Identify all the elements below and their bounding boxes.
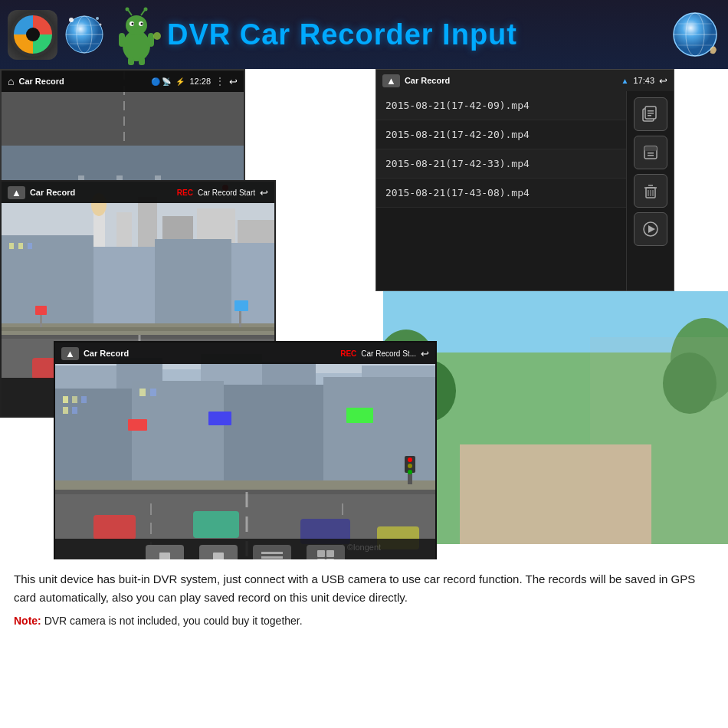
svg-point-126 (408, 457, 412, 462)
page-title: DVR Car Recorder Input (167, 18, 671, 51)
svg-rect-108 (72, 407, 77, 414)
svg-point-5 (69, 18, 74, 22)
svg-rect-104 (63, 396, 68, 403)
svg-point-128 (408, 470, 412, 474)
svg-rect-57 (2, 235, 93, 335)
svg-point-127 (408, 464, 412, 468)
file-name-2: 2015-08-21(17-42-20).mp4 (385, 129, 530, 140)
svg-marker-154 (648, 225, 655, 233)
london-time: 12:28 (189, 77, 211, 86)
svg-rect-63 (28, 243, 32, 249)
svg-rect-73 (2, 327, 276, 331)
svg-rect-60 (231, 243, 276, 335)
svg-rect-101 (132, 381, 224, 496)
note-label: Note: (14, 615, 41, 627)
svg-point-6 (96, 17, 99, 20)
taskbar-mid: ▲ Car Record REC Car Record Start ↩ (2, 182, 274, 203)
delete-btn[interactable] (634, 174, 667, 208)
svg-point-13 (141, 23, 143, 25)
svg-line-16 (141, 10, 145, 15)
file-panel-taskbar: ▲ Car Record ▲ 17:43 ↩ (376, 70, 674, 91)
svg-rect-141 (648, 113, 654, 114)
svg-point-22 (153, 32, 161, 40)
front-subtitle: Car Record St... (361, 349, 416, 358)
up-arrow-front[interactable]: ▲ (61, 347, 79, 360)
copy-btn[interactable] (634, 97, 667, 131)
svg-rect-77 (234, 300, 248, 311)
svg-rect-59 (155, 239, 231, 335)
svg-rect-53 (138, 197, 157, 251)
globe-right-icon (671, 10, 720, 60)
back-icon-london[interactable]: ↩ (229, 76, 238, 87)
svg-rect-21 (139, 57, 145, 65)
svg-rect-134 (317, 550, 325, 557)
svg-rect-103 (323, 377, 437, 496)
svg-rect-58 (93, 247, 155, 335)
svg-rect-116 (55, 480, 437, 490)
bt-icon: ⚡ (175, 77, 185, 86)
svg-rect-142 (648, 115, 651, 116)
svg-rect-75 (35, 306, 47, 315)
rec-label-front: REC (340, 349, 356, 358)
svg-rect-52 (116, 212, 132, 251)
front-screen-title: Car Record (84, 349, 336, 358)
mid-subtitle: Car Record Start (198, 189, 255, 197)
screen-icons: 🔵 📡 (151, 77, 172, 86)
svg-rect-121 (193, 511, 239, 538)
taskbar-front: ▲ Car Record REC Car Record St... ↩ (55, 343, 435, 364)
home-icon[interactable]: ⌂ (8, 75, 14, 87)
note-content: DVR camera is not included, you could bu… (41, 615, 303, 627)
svg-point-7 (100, 23, 102, 25)
svg-rect-120 (93, 515, 136, 539)
back-icon-mid[interactable]: ↩ (260, 187, 268, 198)
file-action-buttons (626, 91, 674, 290)
file-name-1: 2015-08-21(17-42-09).mp4 (385, 100, 530, 111)
svg-line-14 (128, 10, 132, 15)
svg-point-15 (126, 8, 130, 11)
svg-rect-131 (261, 552, 283, 554)
svg-rect-62 (18, 243, 23, 249)
taskbar-london: ⌂ Car Record 🔵 📡 ⚡ 12:28 ⋮ ↩ (2, 71, 244, 92)
svg-rect-110 (150, 389, 156, 396)
svg-rect-146 (648, 155, 654, 156)
up-arrow-files[interactable]: ▲ (382, 74, 400, 87)
svg-rect-113 (346, 408, 373, 423)
svg-rect-144 (644, 146, 657, 151)
mascot-icon (110, 4, 163, 65)
svg-rect-132 (261, 556, 283, 559)
bottom-text-area: This unit device has buit-in DVR system,… (0, 559, 728, 728)
svg-rect-105 (72, 396, 77, 403)
mid-screen-title: Car Record (30, 188, 172, 197)
svg-rect-61 (9, 243, 14, 249)
back-icon-front[interactable]: ↩ (421, 348, 429, 359)
wifi-icon-files: ▲ (621, 77, 629, 85)
play-btn[interactable] (634, 212, 667, 246)
london-screen-title: Car Record (18, 77, 146, 86)
up-arrow-mid[interactable]: ▲ (8, 186, 25, 199)
svg-rect-100 (55, 389, 132, 496)
globe-left-icon (64, 14, 106, 56)
svg-rect-107 (63, 407, 68, 414)
menu-dots-icon[interactable]: ⋮ (215, 76, 225, 87)
paste-btn[interactable] (634, 136, 667, 169)
svg-rect-106 (81, 396, 87, 403)
svg-point-17 (144, 8, 148, 11)
file-list-panel: ▲ Car Record ▲ 17:43 ↩ 2015-08-21(17-42-… (375, 69, 674, 291)
svg-rect-102 (224, 385, 323, 496)
svg-rect-20 (128, 57, 134, 65)
watermark: ©longent (347, 543, 381, 552)
svg-rect-135 (326, 550, 334, 557)
main-content: ⌂ Car Record 🔵 📡 ⚡ 12:28 ⋮ ↩ (0, 69, 728, 728)
back-icon-files[interactable]: ↩ (659, 75, 667, 87)
header: DVR Car Recorder Input (0, 0, 728, 69)
note-text: Note: DVR camera is not included, you co… (14, 615, 714, 627)
file-panel-time: 17:43 (633, 76, 654, 85)
svg-rect-140 (648, 110, 654, 112)
file-name-4: 2015-08-21(17-43-08).mp4 (385, 187, 530, 198)
svg-rect-145 (648, 152, 654, 154)
svg-point-9 (126, 15, 147, 35)
svg-rect-111 (128, 419, 147, 431)
svg-rect-112 (208, 412, 231, 425)
file-panel-title: Car Record (405, 76, 617, 85)
svg-rect-18 (119, 33, 125, 47)
